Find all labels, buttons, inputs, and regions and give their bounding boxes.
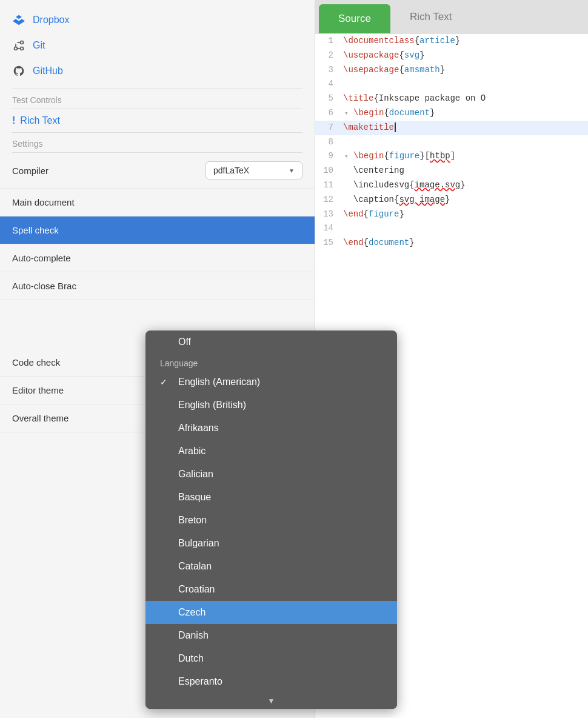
auto-complete-row[interactable]: Auto-complete <box>0 244 315 272</box>
spell-check-dropdown: Off Language ✓ English (American) Englis… <box>145 330 397 709</box>
left-panel: Dropbox Git Git <box>0 0 315 718</box>
auto-close-brac-row[interactable]: Auto-close Brac <box>0 272 315 300</box>
git-icon <box>12 39 25 52</box>
dropdown-item-afrikaans[interactable]: Afrikaans <box>145 417 397 440</box>
dropdown-item-basque[interactable]: Basque <box>145 486 397 509</box>
dropdown-item-arabic[interactable]: Arabic <box>145 440 397 463</box>
settings-header: Settings <box>0 133 315 152</box>
code-line-11: 11 \includesvg{image.svg} <box>315 178 588 193</box>
spell-check-label: Spell check <box>12 225 59 235</box>
compiler-row: Compiler pdfLaTeX ▼ <box>0 153 315 189</box>
dropdown-label-croatian: Croatian <box>178 584 215 595</box>
code-line-14: 14 <box>315 221 588 236</box>
dropdown-item-dutch[interactable]: Dutch <box>145 647 397 670</box>
dropdown-item-bulgarian[interactable]: Bulgarian <box>145 532 397 555</box>
dropdown-label-dutch: Dutch <box>178 653 204 664</box>
dropdown-label-afrikaans: Afrikaans <box>178 423 219 434</box>
sidebar-item-github[interactable]: GitHub <box>0 58 315 84</box>
code-line-10: 10 \centering <box>315 164 588 178</box>
dropdown-off-label: Off <box>178 337 191 347</box>
auto-close-brac-label: Auto-close Brac <box>12 281 76 291</box>
code-line-13: 13 \end{figure} <box>315 207 588 222</box>
code-line-5: 5 \title{Inkscape package on O <box>315 92 588 106</box>
nav-items: Dropbox Git Git <box>0 0 315 89</box>
dropdown-item-catalan[interactable]: Catalan <box>145 555 397 578</box>
sidebar-item-dropbox-label: Dropbox <box>33 15 69 25</box>
sidebar-item-dropbox[interactable]: Dropbox <box>0 7 315 33</box>
dropdown-label-czech: Czech <box>178 607 205 618</box>
dropdown-label-breton: Breton <box>178 515 207 526</box>
code-line-6: 6 ▾ \begin{document} <box>315 106 588 121</box>
chevron-down-icon: ▼ <box>289 167 295 174</box>
dropdown-label-basque: Basque <box>178 492 211 503</box>
dropbox-icon <box>12 13 25 27</box>
sidebar-item-github-label: GitHub <box>33 65 63 76</box>
code-check-label: Code check <box>12 357 60 367</box>
dropdown-label-english-british: English (British) <box>178 400 246 411</box>
svg-point-1 <box>15 47 18 50</box>
svg-point-2 <box>21 47 24 50</box>
dropdown-item-danish[interactable]: Danish <box>145 624 397 647</box>
code-line-15: 15 \end{document} <box>315 236 588 250</box>
dropdown-item-czech[interactable]: Czech <box>145 601 397 624</box>
compiler-label: Compiler <box>12 166 48 176</box>
dropdown-label-arabic: Arabic <box>178 446 205 457</box>
code-line-8: 8 <box>315 135 588 150</box>
tab-source[interactable]: Source <box>319 4 390 33</box>
dropdown-item-english-american[interactable]: ✓ English (American) <box>145 371 397 394</box>
svg-point-0 <box>21 41 24 44</box>
dropdown-item-galician[interactable]: Galician <box>145 463 397 486</box>
code-line-4: 4 <box>315 77 588 92</box>
dropdown-item-esperanto[interactable]: Esperanto <box>145 670 397 693</box>
github-icon <box>12 64 25 78</box>
code-line-2: 2 \usepackage{svg} <box>315 49 588 63</box>
exclaim-icon: ! <box>12 115 15 126</box>
sidebar-item-git[interactable]: Git <box>0 33 315 58</box>
rich-text-label: Rich Text <box>20 115 60 126</box>
code-line-9: 9 ▾ \begin{figure}[htbp] <box>315 149 588 164</box>
dropdown-label-esperanto: Esperanto <box>178 676 222 687</box>
dropdown-label-galician: Galician <box>178 469 213 480</box>
code-line-1: 1 \documentclass{article} <box>315 34 588 49</box>
check-english-american: ✓ <box>160 377 170 387</box>
editor-theme-label: Editor theme <box>12 385 64 395</box>
main-document-label: Main document <box>12 197 75 207</box>
dropdown-item-croatian[interactable]: Croatian <box>145 578 397 601</box>
code-line-12: 12 \caption{svg image} <box>315 193 588 207</box>
auto-complete-label: Auto-complete <box>12 253 71 263</box>
dropdown-item-breton[interactable]: Breton <box>145 509 397 532</box>
spell-check-row[interactable]: Spell check <box>0 216 315 244</box>
dropdown-label-bulgarian: Bulgarian <box>178 538 219 549</box>
editor-tab-bar: Source Rich Text <box>315 0 588 34</box>
test-controls-header: Test Controls <box>0 89 315 109</box>
dropdown-off[interactable]: Off <box>145 330 397 354</box>
compiler-value: pdfLaTeX <box>213 166 249 175</box>
code-line-7: 7 \maketitle <box>315 121 588 135</box>
dropdown-label-catalan: Catalan <box>178 561 212 572</box>
sidebar-item-git-label: Git <box>33 40 45 51</box>
main-document-row[interactable]: Main document <box>0 189 315 216</box>
tab-richtext[interactable]: Rich Text <box>390 2 472 32</box>
dropdown-label-danish: Danish <box>178 630 209 641</box>
code-line-3: 3 \usepackage{amsmath} <box>315 63 588 78</box>
dropdown-item-english-british[interactable]: English (British) <box>145 394 397 417</box>
compiler-select[interactable]: pdfLaTeX ▼ <box>205 161 302 180</box>
dropdown-label-english-american: English (American) <box>178 377 260 388</box>
dropdown-scroll-down[interactable]: ▼ <box>145 693 397 709</box>
overall-theme-label: Overall theme <box>12 413 68 423</box>
rich-text-item[interactable]: ! Rich Text <box>0 109 315 132</box>
dropdown-language-section: Language <box>145 354 397 371</box>
